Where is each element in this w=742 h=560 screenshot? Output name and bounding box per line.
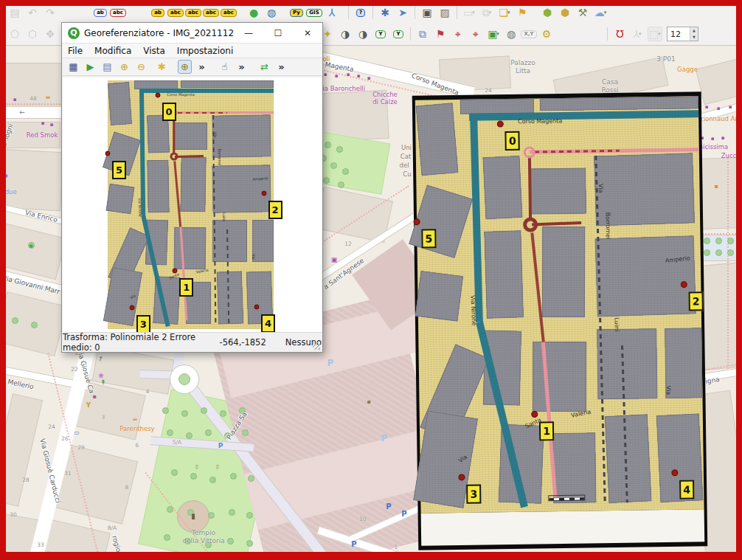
title-bar[interactable]: Q Georeferenziatore - IMG_20211125_0002.…	[62, 23, 322, 44]
tempio-plaza	[177, 500, 209, 533]
open-raster-icon[interactable]: ▦	[66, 60, 80, 74]
gcp-label-1[interactable]: 1	[179, 278, 193, 297]
toolbox-hammer-icon[interactable]: ⚒	[575, 5, 590, 20]
toolbar-overflow-icon[interactable]: »	[195, 60, 209, 74]
gcp-label-3[interactable]: 3	[136, 315, 150, 333]
gcp-dot-2[interactable]	[261, 191, 266, 196]
pin-labels-icon[interactable]: ⚑	[515, 5, 530, 20]
street-road[interactable]	[0, 106, 63, 119]
scanned-map-small: Corso MagentaViaBorromeiAmperioVia Niron…	[108, 80, 274, 329]
tree-icon	[338, 182, 344, 188]
gcp-dot-3[interactable]	[129, 305, 134, 311]
font-size-spinbox[interactable]: 12▲▼	[667, 27, 698, 41]
label-abc-yellow-icon-3[interactable]: abc	[204, 5, 218, 20]
report-icon-glyph: ▤	[10, 7, 19, 18]
help-icon[interactable]: ?	[353, 5, 368, 20]
globe-mesh-icon[interactable]: ◍	[504, 27, 519, 41]
font-size-value[interactable]: 12	[668, 30, 690, 39]
raster-select-icon[interactable]: ▨	[437, 5, 452, 20]
toolbar-overflow-icon-3[interactable]: »	[274, 60, 288, 74]
wrench-icon[interactable]: ⚙	[539, 27, 554, 41]
dropdown-arrow-icon[interactable]: ▾	[639, 31, 642, 37]
street-road[interactable]	[696, 101, 742, 122]
delete-point-icon[interactable]: ⊖	[134, 60, 148, 74]
extent-icon[interactable]: ▣▾	[486, 27, 501, 41]
dropdown-arrow-icon[interactable]: ▾	[489, 10, 492, 15]
toolbar-overflow-icon-2[interactable]: »	[235, 60, 249, 74]
dropdown-arrow-icon[interactable]: ▾	[507, 10, 510, 15]
xy-coords-icon[interactable]: X,Y	[521, 27, 536, 41]
label-abc-yellow-icon-2[interactable]: abc	[186, 5, 201, 20]
pin-map-icon[interactable]: ⚑	[433, 27, 448, 41]
add-point-active-icon[interactable]: ⊕	[178, 60, 192, 74]
zoom-points-icon[interactable]: ⌖	[468, 27, 483, 41]
gcp-dot-1[interactable]	[173, 268, 178, 273]
gdal-script-icon[interactable]: ▤	[100, 60, 114, 74]
split-feature-icon[interactable]: ⬡	[25, 27, 40, 41]
undo-icon[interactable]: ↶	[25, 5, 40, 20]
share-nodes-icon[interactable]: ⅄	[325, 5, 339, 20]
gcp-dot-5[interactable]	[105, 151, 111, 156]
label-ab-icon[interactable]: ab	[93, 5, 108, 20]
zoom-tools-icon[interactable]: ⇄	[257, 60, 271, 74]
label-ab-yellow-icon[interactable]: ab	[150, 5, 165, 20]
raster-stretch-icon[interactable]: ◑	[356, 27, 370, 41]
report-icon[interactable]: ▤	[7, 5, 22, 20]
dropdown-arrow-icon[interactable]: ▾	[658, 31, 661, 37]
spin-up-icon[interactable]: ▲	[690, 27, 698, 34]
close-button[interactable]: ✕	[293, 23, 322, 43]
transformation-settings-icon[interactable]: ✱	[155, 60, 169, 74]
globe-green-icon[interactable]: ●	[246, 5, 261, 20]
start-georeferencing-icon[interactable]: ▶	[83, 60, 97, 74]
gcp-label-0[interactable]: 0	[162, 103, 176, 121]
reshape-feature-icon[interactable]: ✥	[43, 27, 58, 41]
dropdown-arrow-icon[interactable]: ▾	[496, 31, 499, 37]
snapping-magnet-icon[interactable]: Ω	[612, 27, 627, 41]
menu-item-impostazioni[interactable]: Impostazioni	[171, 46, 239, 56]
layers-overlap-icon[interactable]: ❏▾	[497, 5, 512, 20]
globe-blue-icon[interactable]: ◍	[264, 5, 279, 20]
agis-plugin-icon[interactable]: GIS	[307, 5, 322, 20]
georeferencer-canvas[interactable]: Corso MagentaViaBorromeiAmperioVia Niron…	[63, 77, 322, 333]
menu-item-file[interactable]: File	[62, 46, 89, 56]
label-abc-red-icon[interactable]: abc	[111, 5, 125, 20]
add-point-icon[interactable]: ⊕	[117, 60, 131, 74]
menu-item-vista[interactable]: Vista	[137, 46, 171, 56]
copy-style-icon[interactable]: ⧉	[415, 27, 430, 41]
cube-3d-green-icon[interactable]: ⬢	[540, 5, 555, 20]
camera-import-icon[interactable]: ▣	[420, 5, 434, 20]
redo-icon[interactable]: ↷	[43, 5, 58, 20]
cloud-icon[interactable]: ☁▾	[593, 5, 608, 20]
move-feature-icon[interactable]: ⬠	[7, 27, 22, 41]
resize-grip[interactable]	[313, 342, 320, 350]
copy-features-icon[interactable]: ⧉▾	[479, 5, 494, 20]
cube-3d-yellow-icon[interactable]: ⬢	[558, 5, 572, 20]
minimize-button[interactable]: —	[234, 23, 263, 43]
snap-grid-icon[interactable]: ⬚▾	[648, 27, 662, 41]
select-features-icon[interactable]: ▭▾	[462, 5, 476, 20]
tree-icon	[246, 540, 253, 547]
label-y-icon[interactable]: Y	[373, 27, 388, 41]
pan-hand-icon[interactable]: ☝	[218, 60, 232, 74]
label-abc-yellow-icon[interactable]: abc	[168, 5, 183, 20]
dropdown-arrow-icon[interactable]: ▾	[604, 10, 607, 15]
raster-contrast-icon[interactable]: ◑	[338, 27, 353, 41]
gcp-dot-0[interactable]	[155, 93, 160, 98]
compass-icon[interactable]: ➤	[395, 5, 410, 20]
python-console-icon[interactable]: Py	[289, 5, 304, 20]
spin-down-icon[interactable]: ▼	[690, 34, 698, 41]
gcp-label-4[interactable]: 4	[261, 314, 275, 333]
gcp-label-2[interactable]: 2	[268, 201, 282, 219]
processing-gear-icon[interactable]: ✱	[378, 5, 392, 20]
maximize-button[interactable]: ☐	[263, 23, 293, 43]
dropdown-arrow-icon[interactable]: ▾	[472, 10, 475, 15]
gcp-label-5[interactable]: 5	[112, 161, 126, 179]
scan-road	[532, 221, 581, 227]
gcp-dot-4[interactable]	[254, 304, 260, 309]
zoom-selection-icon[interactable]: ⌖	[451, 27, 465, 41]
label-y-icon-2[interactable]: Y	[391, 27, 406, 41]
label-abc-yellow-icon-4[interactable]: abc	[221, 5, 236, 20]
menu-item-modifica[interactable]: Modifica	[89, 46, 137, 56]
scan-building-block	[597, 328, 657, 399]
topology-icon[interactable]: ⅄▾	[630, 27, 645, 41]
